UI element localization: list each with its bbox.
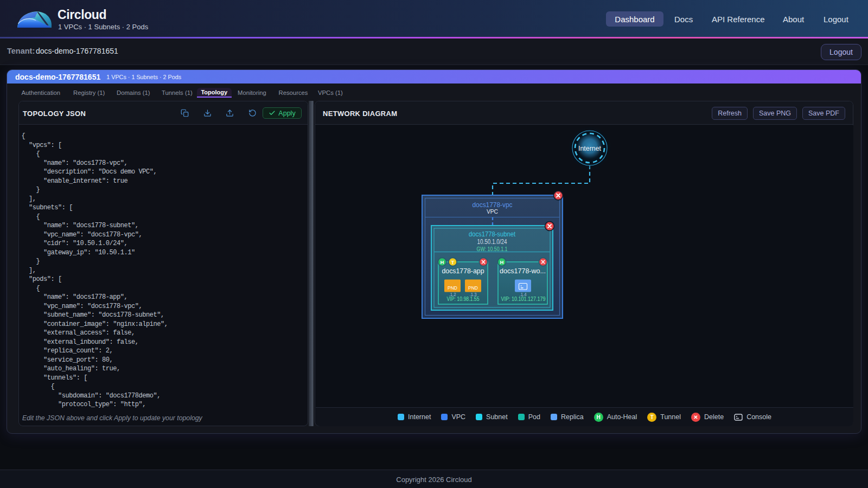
- svg-text:docs1778-vpc: docs1778-vpc: [473, 201, 513, 209]
- svg-text:docs1778-app: docs1778-app: [442, 267, 484, 275]
- svg-text:VPC: VPC: [487, 208, 498, 215]
- svg-text:PND: PND: [468, 285, 478, 291]
- svg-text:VIP: 10.98.1.55: VIP: 10.98.1.55: [447, 296, 480, 302]
- svg-text:H: H: [441, 259, 444, 265]
- svg-text:10.50.1.0/24: 10.50.1.0/24: [477, 238, 507, 246]
- svg-text:docs1778-wo...: docs1778-wo...: [500, 267, 546, 275]
- svg-text:H: H: [500, 259, 504, 265]
- svg-text:GW: 10.50.1.1: GW: 10.50.1.1: [477, 246, 508, 252]
- svg-text:VIP: 10.101.127.179: VIP: 10.101.127.179: [501, 296, 546, 302]
- svg-text:Internet: Internet: [578, 145, 602, 152]
- svg-text:docs1778-subnet: docs1778-subnet: [469, 230, 515, 238]
- svg-text:T: T: [451, 259, 455, 265]
- svg-text:PND: PND: [448, 285, 457, 291]
